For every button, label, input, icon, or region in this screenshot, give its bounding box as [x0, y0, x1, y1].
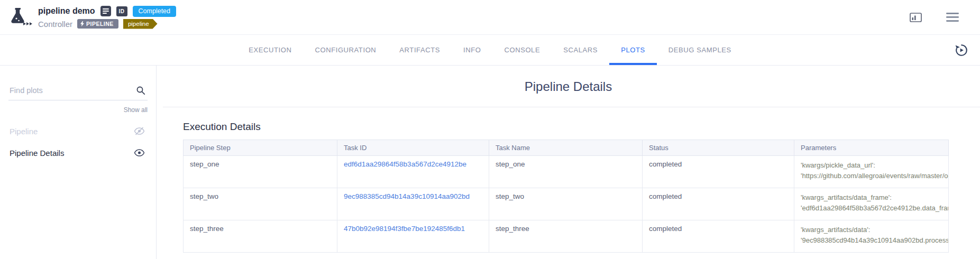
- execution-details-section: Execution Details Pipeline Step Task ID …: [183, 121, 980, 253]
- tab-info[interactable]: INFO: [452, 35, 492, 65]
- plots-sidebar: Show all Pipeline Pipeline Details: [0, 66, 157, 259]
- tab-plots[interactable]: PLOTS: [609, 35, 657, 65]
- tab-console[interactable]: CONSOLE: [492, 35, 552, 65]
- cell-task-name: step_three: [489, 220, 643, 253]
- cell-status: completed: [643, 220, 794, 253]
- plot-item-label: Pipeline: [10, 127, 38, 136]
- system-tag-pipeline: PIPELINE: [77, 19, 118, 29]
- id-badge[interactable]: ID: [116, 6, 127, 16]
- col-task-id: Task ID: [337, 140, 489, 156]
- show-all-link[interactable]: Show all: [8, 106, 148, 114]
- parameter-line: 'kwargs_artifacts/data':: [801, 225, 942, 235]
- execution-details-table: Pipeline Step Task ID Task Name Status P…: [183, 140, 949, 253]
- cell-task-id: 9ec988385cd94b14a39c10914aa902bd: [337, 188, 489, 220]
- controller-label: Controller: [38, 20, 72, 29]
- table-row: step_two 9ec988385cd94b14a39c10914aa902b…: [184, 188, 949, 220]
- cell-parameters: 'kwargs/pickle_data_url': 'https://githu…: [794, 156, 949, 188]
- details-panel-icon[interactable]: [908, 11, 924, 24]
- section-title: Execution Details: [183, 121, 980, 133]
- tab-scalars[interactable]: SCALARS: [552, 35, 609, 65]
- cell-task-name: step_one: [489, 156, 643, 188]
- cell-task-name: step_two: [489, 188, 643, 220]
- experiment-tabbar: EXECUTION CONFIGURATION ARTIFACTS INFO C…: [0, 35, 980, 66]
- pipeline-demo-page: pipeline demo ID Completed Controller PI…: [0, 0, 980, 259]
- cell-task-id: edf6d1aa29864f58b3a567d2ce4912be: [337, 156, 489, 188]
- tab-execution[interactable]: EXECUTION: [237, 35, 303, 65]
- plot-item-pipeline[interactable]: Pipeline: [8, 120, 148, 142]
- plot-search-box: [8, 84, 148, 100]
- task-description-icon[interactable]: [100, 6, 111, 16]
- experiment-title: pipeline demo: [38, 6, 95, 16]
- plot-list: Pipeline Pipeline Details: [8, 120, 148, 163]
- tab-debug-samples[interactable]: DEBUG SAMPLES: [657, 35, 743, 65]
- col-task-name: Task Name: [489, 140, 643, 156]
- parameter-line: 'edf6d1aa29864f58b3a567d2ce4912be.data_f…: [801, 203, 942, 214]
- col-parameters: Parameters: [794, 140, 949, 156]
- header-text-block: pipeline demo ID Completed Controller PI…: [38, 6, 176, 29]
- plot-title: Pipeline Details: [157, 79, 980, 94]
- table-row: step_one edf6d1aa29864f58b3a567d2ce4912b…: [184, 156, 949, 188]
- col-pipeline-step: Pipeline Step: [184, 140, 337, 156]
- cell-task-id: 47b0b92e98194f3fbe7be192485f6db1: [337, 220, 489, 253]
- cell-parameters: 'kwargs_artifacts/data_frame': 'edf6d1aa…: [794, 188, 949, 220]
- visibility-off-icon[interactable]: [133, 126, 145, 136]
- header-actions: [908, 11, 969, 24]
- task-id-link[interactable]: edf6d1aa29864f58b3a567d2ce4912be: [344, 160, 466, 168]
- task-id-link[interactable]: 47b0b92e98194f3fbe7be192485f6db1: [344, 225, 465, 233]
- task-id-link[interactable]: 9ec988385cd94b14a39c10914aa902bd: [344, 192, 470, 200]
- hamburger-menu-icon[interactable]: [944, 11, 961, 24]
- bolt-icon: [80, 21, 84, 26]
- find-plots-input[interactable]: [10, 86, 132, 95]
- col-status: Status: [643, 140, 794, 156]
- tab-configuration[interactable]: CONFIGURATION: [303, 35, 388, 65]
- system-tag-label: PIPELINE: [86, 21, 114, 27]
- cell-step: step_three: [184, 220, 337, 253]
- pipeline-flask-icon: [7, 6, 33, 29]
- app-header: pipeline demo ID Completed Controller PI…: [0, 0, 980, 35]
- status-badge: Completed: [133, 6, 176, 17]
- plot-item-label: Pipeline Details: [10, 149, 64, 158]
- search-icon: [136, 86, 145, 97]
- visibility-on-icon[interactable]: [133, 148, 145, 158]
- parameter-line: 'kwargs/pickle_data_url':: [801, 160, 942, 171]
- plot-item-pipeline-details[interactable]: Pipeline Details: [8, 142, 148, 163]
- cell-step: step_two: [184, 188, 337, 220]
- parameter-line: 'kwargs_artifacts/data_frame':: [801, 192, 942, 203]
- cell-parameters: 'kwargs_artifacts/data': '9ec988385cd94b…: [794, 220, 949, 253]
- plot-content: Pipeline Details Execution Details Pipel…: [157, 66, 980, 259]
- divider: [163, 107, 980, 107]
- table-header-row: Pipeline Step Task ID Task Name Status P…: [184, 140, 949, 156]
- table-row: step_three 47b0b92e98194f3fbe7be192485f6…: [184, 220, 949, 253]
- cell-status: completed: [643, 188, 794, 220]
- parameter-line: '9ec988385cd94b14a39c10914aa902bd.proces…: [801, 235, 942, 246]
- parameter-line: 'https://github.com/allegroai/events/raw…: [801, 171, 942, 181]
- plots-body: Show all Pipeline Pipeline Details Pip: [0, 66, 980, 259]
- project-tag-pipeline: pipeline: [123, 19, 158, 29]
- auto-refresh-icon[interactable]: [952, 41, 970, 59]
- tab-artifacts[interactable]: ARTIFACTS: [388, 35, 452, 65]
- cell-step: step_one: [184, 156, 337, 188]
- cell-status: completed: [643, 156, 794, 188]
